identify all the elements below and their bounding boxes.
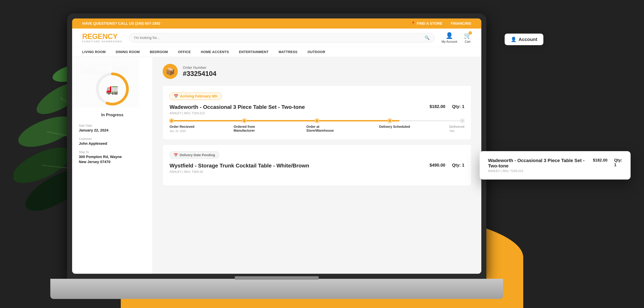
nav-dining-room[interactable]: DINING ROOM xyxy=(116,50,140,54)
item-card-2: 📅 Delivery Date Pending Wystfield - Stor… xyxy=(163,144,471,186)
account-badge-text: Account xyxy=(518,37,537,42)
sale-date-item: Sale Date January 22, 2024 xyxy=(79,124,146,132)
floating-qty: Qty: 1 xyxy=(614,158,622,167)
tracker-dot-4 xyxy=(388,119,392,123)
header-actions: 👤 My Account 🛒 0 Cart xyxy=(442,32,471,44)
item2-name: Wystfield - Storage Trunk Cocktail Table… xyxy=(170,163,430,169)
top-bar: HAVE QUESTIONS? CALL US (240) 607-1892 📍… xyxy=(72,19,481,29)
nav-outdoor[interactable]: OUTDOOR xyxy=(308,50,325,54)
cart-badge: 0 xyxy=(468,31,472,35)
main-content: 🚛 In Progress Sale Date January 22, 2024 xyxy=(72,57,481,274)
cart-label: Cart xyxy=(465,40,470,44)
ship-to-line1: 300 Pompton Rd, Wayne xyxy=(79,155,146,159)
order-header: 📦 Order Number #33254104 xyxy=(163,64,471,79)
ship-to-label: Ship To xyxy=(79,150,146,154)
progress-tracker: Order Recieved Jan. 22, 2024 Ordered fro… xyxy=(170,120,464,133)
nav-entertainment[interactable]: ENTERTAINMENT xyxy=(239,50,268,54)
laptop-hinge xyxy=(235,276,319,280)
website: HAVE QUESTIONS? CALL US (240) 607-1892 📍… xyxy=(72,19,481,274)
floating-item-row: Wadeworth - Occasional 3 Piece Table Set… xyxy=(488,158,622,173)
item1-name: Wadeworth - Occasional 3 Piece Table Set… xyxy=(170,104,430,110)
sale-date-value: January 22, 2024 xyxy=(79,128,146,132)
order-number: #33254104 xyxy=(183,70,216,77)
logo-subtext: FURNITURE SHOWROOMS xyxy=(82,40,122,43)
nav-mattress[interactable]: MATTRESS xyxy=(278,50,298,54)
item2-brand: ASHLEY xyxy=(170,170,182,174)
item1-price-qty: $182.00 Qty: 1 xyxy=(430,104,464,109)
order-sidebar: 🚛 In Progress Sale Date January 22, 2024 xyxy=(72,57,152,274)
customer-label: Customer xyxy=(79,137,146,141)
truck-icon: 🚛 xyxy=(106,83,118,95)
tracker-dot-5 xyxy=(460,119,464,123)
ship-to-line2: New Jersey 07470 xyxy=(79,160,146,164)
find-store-link[interactable]: 📍 FIND A STORE xyxy=(411,21,442,26)
floating-item-sub: ASHLEY | SKU: T103-213 xyxy=(488,169,593,173)
customer-item: Customer John Appleseed xyxy=(79,137,146,146)
calendar-icon-2: 📅 xyxy=(174,153,178,157)
item1-top-row: Wadeworth - Occasional 3 Piece Table Set… xyxy=(170,104,464,110)
floating-card-content: Wadeworth - Occasional 3 Piece Table Set… xyxy=(488,158,622,173)
tracker-line xyxy=(170,120,464,121)
item2-qty: Qty: 1 xyxy=(452,163,464,168)
item1-meta: ASHLEY | SKU: T103-213 xyxy=(170,111,464,115)
item2-price: $490.00 xyxy=(430,163,445,168)
laptop: HAVE QUESTIONS? CALL US (240) 607-1892 📍… xyxy=(50,14,503,299)
item1-price: $182.00 xyxy=(430,104,445,109)
account-label: My Account xyxy=(442,40,457,44)
laptop-base xyxy=(50,279,503,299)
item2-price-qty: $490.00 Qty: 1 xyxy=(430,163,464,168)
floating-item-name: Wadeworth - Occasional 3 Piece Table Set… xyxy=(488,158,593,169)
ship-to-item: Ship To 300 Pompton Rd, Wayne New Jersey… xyxy=(79,150,146,164)
item2-meta: ASHLEY | SKU: T459-20 xyxy=(170,170,464,174)
order-title-group: Order Number #33254104 xyxy=(183,66,216,77)
floating-price-qty: $182.00 Qty: 1 xyxy=(593,158,622,167)
search-icon: 🔍 xyxy=(425,36,430,40)
logo[interactable]: REGENCY FURNITURE SHOWROOMS xyxy=(82,33,122,43)
tracker-step2-title: Ordered from Manufacturer xyxy=(234,125,267,132)
search-bar[interactable]: 🔍 xyxy=(129,33,435,43)
cart-button[interactable]: 🛒 0 Cart xyxy=(464,32,471,44)
order-content: 📦 Order Number #33254104 📅 Arrivin xyxy=(152,57,481,274)
header: REGENCY FURNITURE SHOWROOMS 🔍 👤 My Accou… xyxy=(72,29,481,47)
tracker-step-4: Delivery Scheduled xyxy=(379,125,410,133)
item1-qty: Qty: 1 xyxy=(452,104,464,109)
box-icon: 📦 xyxy=(166,67,175,76)
laptop-screen-frame: HAVE QUESTIONS? CALL US (240) 607-1892 📍… xyxy=(67,14,486,279)
floating-item-details: Wadeworth - Occasional 3 Piece Table Set… xyxy=(488,158,593,173)
delivery-pending-text: Delivery Date Pending xyxy=(180,153,215,157)
sale-date-label: Sale Date xyxy=(79,124,146,127)
arrival-badge: 📅 Arriving February 6th xyxy=(170,93,222,100)
tracker-step-1: Order Recieved Jan. 22, 2024 xyxy=(170,125,194,133)
calendar-icon: 📅 xyxy=(174,94,178,98)
account-icon-wrap: 👤 xyxy=(446,32,453,39)
tracker-step5-title: Delivered xyxy=(449,125,464,129)
location-icon: 📍 xyxy=(411,21,416,26)
tracker-step-5: Delivered TBA xyxy=(449,125,464,133)
floating-card: Wadeworth - Occasional 3 Piece Table Set… xyxy=(480,151,630,180)
customer-value: John Appleseed xyxy=(79,141,146,146)
laptop-screen-inner: HAVE QUESTIONS? CALL US (240) 607-1892 📍… xyxy=(72,19,481,274)
order-meta: Sale Date January 22, 2024 Customer John… xyxy=(79,124,146,164)
nav-home-accents[interactable]: HOME ACCENTS xyxy=(201,50,229,54)
tracker-step1-date: Jan. 22, 2024 xyxy=(170,130,194,133)
tracker-dot-1 xyxy=(170,119,174,123)
search-input[interactable] xyxy=(134,36,422,40)
financing-link[interactable]: FINANCING xyxy=(451,21,471,26)
item-card-1: 📅 Arriving February 6th Wadeworth - Occa… xyxy=(163,86,471,139)
tracker-dots xyxy=(170,119,464,123)
nav-office[interactable]: OFFICE xyxy=(178,50,191,54)
item2-top-row: Wystfield - Storage Trunk Cocktail Table… xyxy=(170,163,464,169)
nav-bedroom[interactable]: BEDROOM xyxy=(150,50,168,54)
nav-living-room[interactable]: LIVING ROOM xyxy=(82,50,106,54)
progress-circle: 🚛 xyxy=(94,71,131,107)
order-number-label: Order Number xyxy=(183,66,216,70)
account-button[interactable]: 👤 My Account xyxy=(442,32,457,44)
svg-rect-28 xyxy=(82,67,96,74)
phone-info: HAVE QUESTIONS? CALL US (240) 607-1892 xyxy=(82,21,160,26)
account-icon-badge: 👤 xyxy=(511,37,516,42)
account-badge-overlay[interactable]: 👤 Account xyxy=(505,34,544,45)
floating-price: $182.00 xyxy=(593,158,608,167)
progress-label: In Progress xyxy=(79,112,146,117)
tracker-step5-date: TBA xyxy=(449,130,464,133)
tracker-step1-title: Order Recieved xyxy=(170,125,194,129)
